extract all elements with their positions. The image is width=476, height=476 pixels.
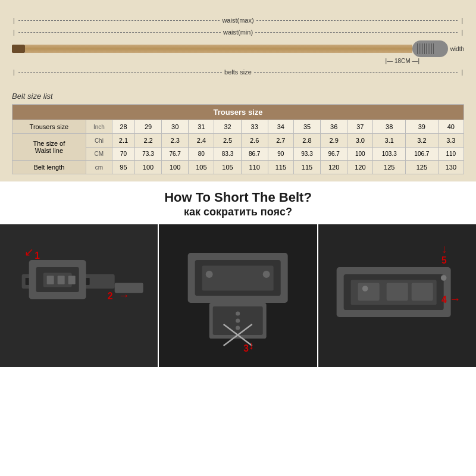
table-cell: 100 xyxy=(134,161,161,174)
notch-5 xyxy=(424,43,425,54)
table-cell: 90 xyxy=(268,148,293,161)
dots-right-min xyxy=(255,32,458,33)
unit-chi: Chi xyxy=(86,134,112,148)
waist-max-row: | waist(max) | xyxy=(12,15,464,26)
notch-10 xyxy=(433,43,434,54)
table-cell: 39 xyxy=(406,120,439,134)
how-to-title: How To Short The Belt? xyxy=(6,190,470,205)
table-cell: 115 xyxy=(268,161,293,174)
table-cell: 38 xyxy=(373,120,406,134)
table-cell: 73.3 xyxy=(134,148,161,161)
dots-left-belt xyxy=(18,72,222,73)
waist-min-label: waist(min) xyxy=(223,29,253,36)
svg-point-22 xyxy=(236,325,240,330)
belt-end xyxy=(412,40,448,57)
table-cell: 36 xyxy=(321,120,347,134)
svg-text:↓: ↓ xyxy=(441,243,447,255)
waist-min-row: | waist(min) | xyxy=(12,27,464,37)
cm-value: 18CM xyxy=(394,58,411,64)
svg-text:↓: ↓ xyxy=(249,339,255,352)
row-label-waist: The size ofWaist line xyxy=(12,134,86,161)
dots-right-belt xyxy=(254,72,458,73)
panel-2-svg: 3 ↓ xyxy=(159,224,317,367)
how-to-section: How To Short The Belt? как сократить поя… xyxy=(0,181,476,224)
waist-max-label: waist(max) xyxy=(222,17,253,24)
table-cell: 3.1 xyxy=(373,134,406,148)
table-cell: 37 xyxy=(347,120,373,134)
svg-text:2: 2 xyxy=(108,291,113,301)
table-cell: 2.5 xyxy=(214,134,241,148)
table-cell: 2.9 xyxy=(321,134,347,148)
table-cell: 105 xyxy=(189,161,214,174)
svg-point-21 xyxy=(236,318,240,322)
table-cell: 33 xyxy=(241,120,268,134)
svg-rect-6 xyxy=(58,275,65,284)
unit-inch: Inch xyxy=(86,120,112,134)
table-header-row: Trousers size xyxy=(12,105,464,120)
table-main-header: Trousers size xyxy=(12,105,464,120)
table-cell: 2.7 xyxy=(268,134,293,148)
svg-point-33 xyxy=(362,286,368,292)
svg-text:4: 4 xyxy=(441,295,447,305)
pipe-right-cm: —| xyxy=(412,58,419,64)
pipe-right-max: | xyxy=(461,17,463,24)
row-label-belt-length: Belt length xyxy=(12,161,86,174)
table-cell: 95 xyxy=(112,161,134,174)
table-cell: 110 xyxy=(438,148,464,161)
table-row-belt-length: Belt lengthcm951001001051051101151151201… xyxy=(12,161,464,174)
notch-7 xyxy=(428,43,429,54)
table-cell: 70 xyxy=(112,148,134,161)
belt-diagram: | waist(max) | | waist(min) | xyxy=(12,11,464,82)
table-cell: 93.3 xyxy=(293,148,320,161)
notch-6 xyxy=(426,43,427,54)
pipe-right-belt: | xyxy=(461,69,463,76)
dots-left-min xyxy=(18,32,221,33)
dots-left-max xyxy=(18,20,220,21)
panel-1-svg: 1 ↙ 2 → xyxy=(0,224,158,367)
table-cell: 3.3 xyxy=(438,134,464,148)
table-cell: 30 xyxy=(162,120,189,134)
notch-2 xyxy=(419,43,420,54)
table-cell: 115 xyxy=(293,161,320,174)
table-cell: 106.7 xyxy=(406,148,439,161)
notch-3 xyxy=(421,43,422,54)
table-cell: 2.1 xyxy=(112,134,134,148)
table-row-waist-chi: The size ofWaist lineChi2.12.22.32.42.52… xyxy=(12,134,464,148)
table-cell: 83.3 xyxy=(214,148,241,161)
size-list-section: Belt size list Trousers size Trousers si… xyxy=(0,89,476,181)
svg-point-16 xyxy=(206,271,213,278)
photo-panel-3: 4 → 5 ↓ xyxy=(318,224,476,367)
notch-1 xyxy=(417,43,418,54)
belt-buckle xyxy=(12,45,25,53)
pipe-left-belt: | xyxy=(13,69,15,76)
pipe-left-min: | xyxy=(13,29,15,36)
panel-3-bg: 4 → 5 ↓ xyxy=(318,224,476,367)
belt-notches-group xyxy=(417,43,434,54)
table-cell: 76.7 xyxy=(162,148,189,161)
table-cell: 31 xyxy=(189,120,214,134)
table-cell: 86.7 xyxy=(241,148,268,161)
table-cell: 96.7 xyxy=(321,148,347,161)
table-cell: 125 xyxy=(373,161,406,174)
table-cell: 2.2 xyxy=(134,134,161,148)
belt-diagram-section: | waist(max) | | waist(min) | xyxy=(0,0,476,89)
size-table: Trousers size Trousers sizeInch282930313… xyxy=(12,104,464,174)
table-cell: 2.3 xyxy=(162,134,189,148)
svg-rect-30 xyxy=(358,283,379,300)
table-cell: 2.6 xyxy=(241,134,268,148)
panel-2-bg: 3 ↓ xyxy=(159,224,317,367)
table-cell: 130 xyxy=(438,161,464,174)
svg-text:↙: ↙ xyxy=(24,246,34,258)
svg-point-34 xyxy=(441,275,447,281)
table-cell: 105 xyxy=(214,161,241,174)
photos-section: 1 ↙ 2 → xyxy=(0,224,476,367)
svg-rect-7 xyxy=(68,275,76,284)
svg-text:5: 5 xyxy=(441,255,447,265)
svg-text:1: 1 xyxy=(35,250,40,260)
table-cell: 3.0 xyxy=(347,134,373,148)
row-label-trousers: Trousers size xyxy=(12,120,86,134)
svg-point-17 xyxy=(263,271,270,278)
notch-9 xyxy=(431,43,433,54)
notch-4 xyxy=(422,43,424,54)
pipe-left-cm: |— xyxy=(386,58,393,64)
